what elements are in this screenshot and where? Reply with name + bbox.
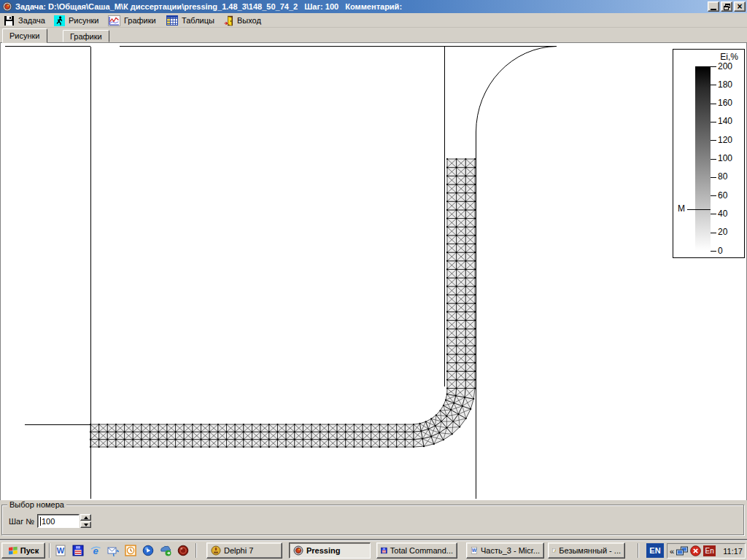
task-button-label: Pressing xyxy=(306,546,340,555)
legend-tick-label: 160 xyxy=(718,98,732,108)
network-icon[interactable] xyxy=(676,546,688,556)
sync-icon xyxy=(160,545,171,556)
tab-charts[interactable]: Графики xyxy=(63,30,109,42)
quick-launch-internet-explorer[interactable]: e xyxy=(88,543,104,558)
save-icon xyxy=(4,15,15,26)
legend-tick xyxy=(711,214,716,214)
restore-button[interactable] xyxy=(721,1,732,12)
legend-tick xyxy=(711,251,716,252)
tray-clock: 11:17 xyxy=(723,547,743,556)
legend-tick xyxy=(711,122,716,122)
step-spinner xyxy=(80,514,91,528)
toolbar-item-label: Выход xyxy=(237,16,261,25)
quick-launch-scheduler[interactable] xyxy=(123,543,139,558)
toolbar-item-label: Задача xyxy=(18,16,45,25)
task-button-label: Часть_3 - Micr... xyxy=(481,546,540,555)
quick-launch-total-commander[interactable] xyxy=(70,543,86,558)
task-button-untitled[interactable]: Безымянный - ... xyxy=(548,542,625,559)
chart-icon xyxy=(108,15,120,26)
tab-label: Графики xyxy=(70,32,102,41)
toolbar-item-label: Таблицы xyxy=(182,16,214,25)
window-title: Задача: D:\Общая\Саша_М\К диссертации\pr… xyxy=(15,2,706,11)
task-button-word-doc[interactable]: W Часть_3 - Micr... xyxy=(466,542,544,559)
step-number-label: Шаг № xyxy=(9,517,34,526)
toolbar-item-label: Графики xyxy=(124,16,156,25)
legend-tick-label: 20 xyxy=(718,228,727,237)
drawing-area: Ei,% 200180160140120100806040200 M xyxy=(0,42,747,500)
quick-launch-outlook-express[interactable] xyxy=(105,543,121,558)
legend-gradient-bar xyxy=(695,66,711,251)
legend-tick-label: 200 xyxy=(718,62,732,71)
legend-tick xyxy=(711,233,716,233)
task-button-label: Delphi 7 xyxy=(224,546,253,555)
bottom-panel: Выбор номера Шаг № 100 xyxy=(0,500,747,540)
fem-mesh-drawing xyxy=(1,43,746,499)
legend-tick xyxy=(711,85,716,85)
language-bar-indicator[interactable]: EN xyxy=(646,543,664,558)
legend-tick xyxy=(711,195,716,196)
keyboard-layout-indicator[interactable]: En xyxy=(703,545,716,556)
floppy-tc-icon xyxy=(381,545,387,556)
step-number-input[interactable]: 100 xyxy=(37,514,80,528)
toolbar-item-label: Рисунки xyxy=(69,16,99,25)
tray-chevron[interactable]: « xyxy=(670,547,674,556)
tab-pictures[interactable]: Рисунки xyxy=(2,28,47,43)
red-orb-icon xyxy=(177,545,189,556)
toolbar-item-exit[interactable]: Выход xyxy=(221,13,264,28)
close-button[interactable]: × xyxy=(734,1,746,12)
word-icon: W xyxy=(55,545,66,556)
spinner-down-button[interactable] xyxy=(80,521,91,528)
task-button-total-commander[interactable]: Total Command... xyxy=(376,542,457,559)
toolbar-item-charts[interactable]: Графики xyxy=(105,13,159,28)
toolbar: Задача Рисунки Графики Таблицы xyxy=(0,13,747,28)
tab-label: Рисунки xyxy=(9,31,40,40)
legend-tick-label: 40 xyxy=(718,209,727,219)
taskbar-divider xyxy=(638,543,639,558)
desktop: { "window": { "title": "Задача: D:\\Обща… xyxy=(0,0,747,560)
arrow-down-icon xyxy=(84,524,88,526)
delphi-icon xyxy=(211,545,221,556)
close-icon: × xyxy=(737,3,742,10)
toolbar-item-task[interactable]: Задача xyxy=(1,13,48,28)
step-number-value: 100 xyxy=(42,517,55,526)
taskbar-divider xyxy=(49,543,50,558)
legend-tick-label: 180 xyxy=(718,80,732,90)
minimize-icon xyxy=(711,9,716,10)
spinner-up-button[interactable] xyxy=(80,514,91,521)
legend-tick-label: 100 xyxy=(718,154,732,163)
quick-launch-media-player[interactable] xyxy=(140,543,156,558)
toolbar-item-pictures[interactable]: Рисунки xyxy=(51,13,102,28)
legend-tick-label: 80 xyxy=(718,172,727,182)
task-button-pressing[interactable]: Pressing xyxy=(289,542,371,559)
security-alert-icon[interactable] xyxy=(690,545,701,556)
groupbox-label: Выбор номера xyxy=(7,500,66,509)
minimize-button[interactable] xyxy=(708,1,719,12)
quick-launch-word[interactable]: W xyxy=(53,543,69,558)
task-button-delphi[interactable]: Delphi 7 xyxy=(206,542,282,559)
quick-launch-red-app[interactable] xyxy=(175,543,191,558)
quick-launch-sync[interactable] xyxy=(158,543,174,558)
legend-tick xyxy=(711,159,716,160)
app-icon[interactable] xyxy=(2,1,12,12)
ie-icon: e xyxy=(90,545,101,556)
toolbar-item-tables[interactable]: Таблицы xyxy=(163,13,217,28)
legend-tick-label: 120 xyxy=(718,136,732,145)
floppy-tc-icon xyxy=(72,545,84,556)
task-button-label: Total Command... xyxy=(390,546,453,555)
clock-icon xyxy=(125,545,136,556)
title-bar[interactable]: Задача: D:\Общая\Саша_М\К диссертации\pr… xyxy=(0,0,747,13)
legend-title: Ei,% xyxy=(720,52,738,62)
start-button[interactable]: Пуск xyxy=(1,542,45,559)
legend-tick xyxy=(711,104,716,104)
system-tray: « En 11:17 xyxy=(667,543,746,559)
wordpad-icon xyxy=(552,545,556,556)
text-caret xyxy=(40,517,41,526)
windows-logo-icon xyxy=(8,546,18,556)
task-button-label: Безымянный - ... xyxy=(559,546,621,555)
svg-text:W: W xyxy=(57,546,65,555)
word-doc-icon: W xyxy=(471,545,478,556)
outlook-express-icon xyxy=(107,545,119,556)
legend-tick-label: 60 xyxy=(718,191,727,201)
legend-tick xyxy=(711,140,716,141)
legend-tick xyxy=(711,66,716,67)
